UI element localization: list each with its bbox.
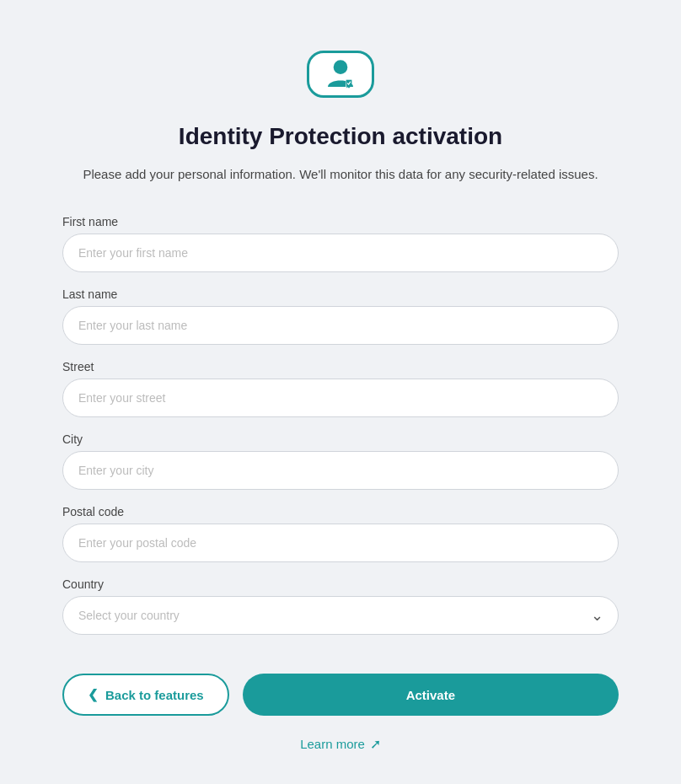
street-label: Street xyxy=(62,360,619,373)
chevron-left-icon: ❮ xyxy=(88,687,99,702)
learn-more-label: Learn more xyxy=(300,737,365,751)
first-name-input[interactable] xyxy=(62,234,619,272)
activate-button[interactable]: Activate xyxy=(243,674,619,716)
postal-code-group: Postal code xyxy=(62,505,619,562)
last-name-label: Last name xyxy=(62,287,619,301)
svg-point-0 xyxy=(334,60,348,74)
country-select-wrapper: Select your country ⌄ xyxy=(62,596,619,635)
postal-code-input[interactable] xyxy=(62,524,619,562)
page-subtitle: Please add your personal information. We… xyxy=(83,167,598,181)
country-select[interactable]: Select your country xyxy=(62,596,619,635)
city-label: City xyxy=(62,432,619,446)
country-label: Country xyxy=(62,577,619,591)
country-group: Country Select your country ⌄ xyxy=(62,577,619,635)
app-icon xyxy=(307,51,374,98)
external-link-icon: ➚ xyxy=(370,736,381,752)
postal-code-label: Postal code xyxy=(62,505,619,518)
city-input[interactable] xyxy=(62,451,619,490)
buttons-row: ❮ Back to features Activate xyxy=(62,674,619,716)
page-title: Identity Protection activation xyxy=(179,123,502,150)
back-button-label: Back to features xyxy=(105,688,204,702)
learn-more-link[interactable]: Learn more ➚ xyxy=(300,736,381,752)
first-name-label: First name xyxy=(62,215,619,228)
last-name-input[interactable] xyxy=(62,306,619,345)
form: First name Last name Street City Postal … xyxy=(62,215,619,650)
identity-protection-icon xyxy=(319,53,362,95)
last-name-group: Last name xyxy=(62,287,619,345)
street-input[interactable] xyxy=(62,379,619,417)
back-to-features-button[interactable]: ❮ Back to features xyxy=(62,674,229,716)
city-group: City xyxy=(62,432,619,490)
street-group: Street xyxy=(62,360,619,417)
first-name-group: First name xyxy=(62,215,619,272)
